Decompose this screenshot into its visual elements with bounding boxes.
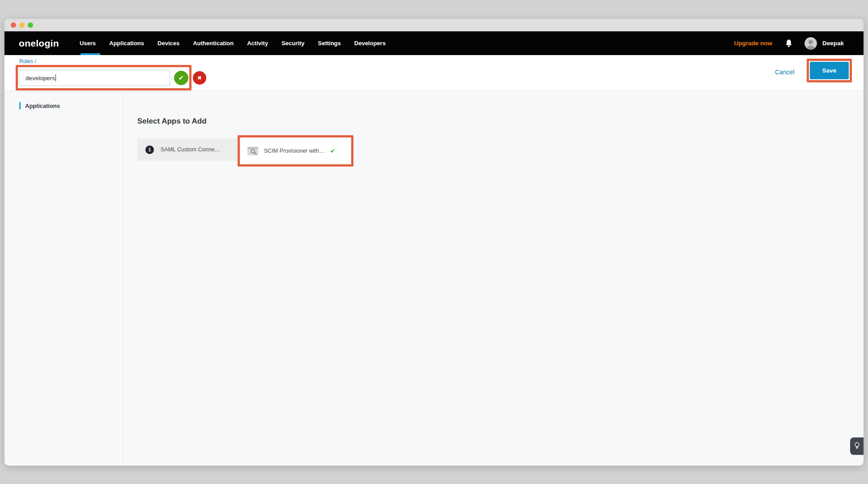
zoom-window-button[interactable] <box>28 22 33 28</box>
nav-items: Users Applications Devices Authenticatio… <box>80 31 386 55</box>
sidebar-item-label: Applications <box>25 103 60 109</box>
minimize-window-button[interactable] <box>19 22 25 28</box>
role-name-value: developers <box>26 75 55 81</box>
nav-tab-settings[interactable]: Settings <box>318 31 340 55</box>
nav-tab-security[interactable]: Security <box>281 31 304 55</box>
notifications-bell-icon[interactable] <box>785 39 793 48</box>
nav-right-group: Upgrade now Deepak <box>734 37 844 50</box>
lightbulb-icon <box>854 442 860 450</box>
app-name-label: SCIM Provisioner with… <box>264 148 324 154</box>
highlight-rect-save: Save <box>807 59 852 82</box>
nav-tab-developers[interactable]: Developers <box>354 31 386 55</box>
scim-app-icon <box>247 147 258 155</box>
highlight-rect-scim-tile: SCIM Provisioner with… ✔ <box>238 135 353 167</box>
nav-tab-applications[interactable]: Applications <box>109 31 144 55</box>
app-tile-saml[interactable]: 1 SAML Custom Conne… <box>137 138 238 161</box>
app-window: onelogin Users Applications Devices Auth… <box>4 19 864 466</box>
hint-lightbulb-button[interactable] <box>850 437 864 455</box>
app-badge: 1 <box>145 146 154 154</box>
nav-tab-devices[interactable]: Devices <box>157 31 179 55</box>
cancel-rename-button[interactable]: ✖ <box>193 71 206 85</box>
app-tile-scim[interactable]: SCIM Provisioner with… ✔ <box>241 139 350 163</box>
nav-tab-activity[interactable]: Activity <box>247 31 268 55</box>
cancel-link[interactable]: Cancel <box>775 69 795 76</box>
breadcrumb[interactable]: Roles / <box>19 58 36 64</box>
user-avatar[interactable] <box>804 37 817 50</box>
page-title: Select Apps to Add <box>137 117 864 126</box>
upgrade-now-link[interactable]: Upgrade now <box>734 40 772 47</box>
sidebar: Applications <box>4 91 123 465</box>
nav-tab-users[interactable]: Users <box>80 31 96 55</box>
confirm-rename-button[interactable]: ✔ <box>174 71 188 85</box>
app-name-label: SAML Custom Conne… <box>161 146 220 153</box>
selected-check-icon: ✔ <box>330 147 335 154</box>
nav-tab-authentication[interactable]: Authentication <box>193 31 234 55</box>
content-area: Applications Select Apps to Add 1 SAML C… <box>4 91 864 465</box>
role-header: Roles / developers ✔ ✖ Cancel Save <box>4 55 864 91</box>
close-window-button[interactable] <box>11 22 16 28</box>
active-item-marker <box>19 102 21 109</box>
app-tile-row: 1 SAML Custom Conne… SCIM Provisioner wi… <box>137 135 864 167</box>
sidebar-item-applications[interactable]: Applications <box>19 102 123 109</box>
onelogin-logo: onelogin <box>19 38 59 49</box>
save-button[interactable]: Save <box>810 62 849 79</box>
top-navbar: onelogin Users Applications Devices Auth… <box>4 31 864 55</box>
role-name-input[interactable]: developers <box>19 70 170 86</box>
main-panel: Select Apps to Add 1 SAML Custom Conne… <box>123 91 864 465</box>
window-titlebar <box>4 19 864 31</box>
user-name-label: Deepak <box>822 40 844 47</box>
text-caret <box>55 74 56 81</box>
